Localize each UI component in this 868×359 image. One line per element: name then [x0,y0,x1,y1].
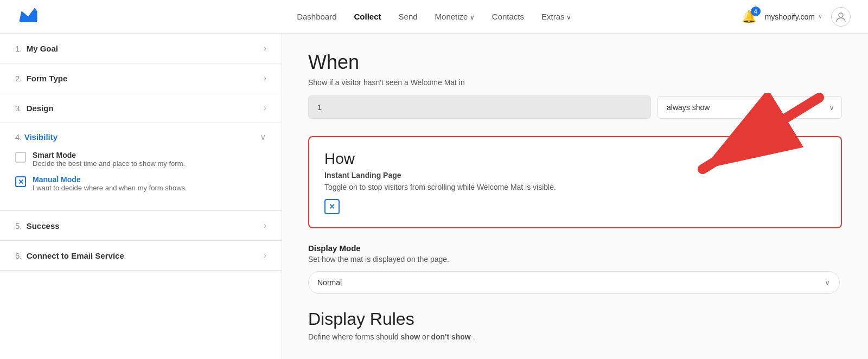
account-name: myshopify.com [765,12,815,21]
sidebar-item-my-goal[interactable]: 1. My Goal › [0,34,282,63]
manual-mode-checkbox[interactable]: ✕ [15,176,26,187]
display-mode-desc: Set how the mat is displayed on the page… [308,255,842,264]
when-select-wrapper: always show days hours minutes ∨ [658,96,842,119]
smart-mode-desc: Decide the best time and place to show m… [33,159,185,168]
how-desc: Toggle on to stop visitors from scrollin… [324,183,826,191]
account-chevron-icon: ∨ [818,13,822,20]
sidebar-item-design[interactable]: 3. Design › [0,93,282,123]
display-rules-title: Display Rules [308,309,842,329]
nav-monetize[interactable]: Monetize [435,12,475,21]
when-select[interactable]: always show days hours minutes [658,96,842,119]
main-nav: Dashboard Collect Send Monetize Contacts… [297,12,571,21]
sidebar-item-email-service[interactable]: 6. Connect to Email Service › [0,241,282,271]
account-dropdown[interactable]: myshopify.com ∨ [765,12,822,21]
svg-marker-0 [20,8,37,21]
main-layout: 1. My Goal › 2. Form Type › 3. Design › [0,34,868,359]
chevron-down-icon[interactable]: ∨ [260,132,266,142]
how-subtitle: Instant Landing Page [324,171,826,180]
notification-bell[interactable]: 🔔 4 [742,10,756,24]
how-section: How Instant Landing Page Toggle on to st… [308,136,842,228]
sidebar-item-visibility: 4. Visibility ∨ Smart Mode Decide the be… [0,123,282,211]
svg-point-2 [839,13,843,17]
display-rules-desc: Define where forms should show or don't … [308,332,842,341]
when-title: When [308,51,842,74]
sidebar-item-form-type[interactable]: 2. Form Type › [0,63,282,93]
manual-mode-desc: I want to decide where and when my form … [33,184,187,192]
user-avatar[interactable] [831,7,851,27]
notification-badge: 4 [751,7,761,16]
chevron-right-icon: › [264,103,266,113]
nav-contacts[interactable]: Contacts [492,12,524,21]
chevron-right-icon: › [264,73,266,83]
svg-rect-1 [20,20,37,22]
when-input[interactable] [308,95,651,119]
nav-dashboard[interactable]: Dashboard [297,12,336,21]
when-row: always show days hours minutes ∨ [308,95,842,119]
nav-send[interactable]: Send [399,12,418,21]
display-mode-select[interactable]: Normal Overlay Fullscreen [308,271,840,294]
header-right: 🔔 4 myshopify.com ∨ [742,7,851,27]
how-title: How [324,150,826,168]
chevron-right-icon: › [264,43,266,53]
smart-mode-checkbox[interactable] [15,152,26,163]
display-mode-label: Display Mode [308,243,842,253]
sidebar-item-success[interactable]: 5. Success › [0,211,282,241]
content-area: When Show if a visitor hasn't seen a Wel… [282,34,868,359]
manual-mode-option: ✕ Manual Mode I want to decide where and… [15,175,266,192]
header: Dashboard Collect Send Monetize Contacts… [0,0,868,34]
how-toggle[interactable]: ✕ [324,199,340,214]
chevron-right-icon: › [264,221,266,230]
chevron-right-icon: › [264,251,266,260]
smart-mode-title: Smart Mode [33,151,185,159]
when-subtitle: Show if a visitor hasn't seen a Welcome … [308,78,842,87]
logo-area [17,6,72,27]
nav-extras[interactable]: Extras [541,12,571,21]
manual-mode-title: Manual Mode [33,175,187,184]
nav-collect[interactable]: Collect [354,12,381,21]
crown-logo-icon[interactable] [17,6,39,27]
smart-mode-option: Smart Mode Decide the best time and plac… [15,151,266,168]
sidebar: 1. My Goal › 2. Form Type › 3. Design › [0,34,282,359]
display-mode-select-wrapper: Normal Overlay Fullscreen ∨ [308,271,840,294]
